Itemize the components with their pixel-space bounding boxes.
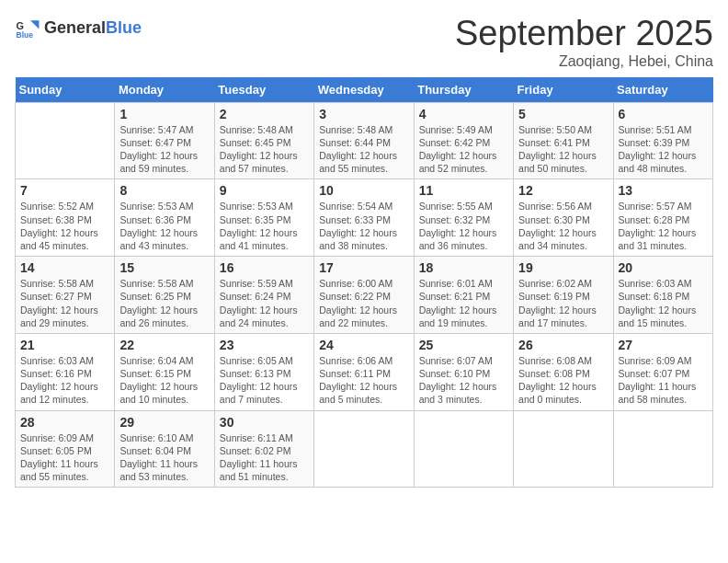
day-info: Sunrise: 6:03 AM Sunset: 6:18 PM Dayligh… [619,277,708,329]
day-cell: 2Sunrise: 5:48 AM Sunset: 6:45 PM Daylig… [214,102,313,179]
day-cell: 5Sunrise: 5:50 AM Sunset: 6:41 PM Daylig… [514,102,613,179]
day-number: 9 [220,183,309,198]
week-row-1: 1Sunrise: 5:47 AM Sunset: 6:47 PM Daylig… [16,102,713,179]
day-cell: 14Sunrise: 5:58 AM Sunset: 6:27 PM Dayli… [16,257,115,334]
day-info: Sunrise: 6:02 AM Sunset: 6:19 PM Dayligh… [518,277,608,329]
day-cell: 25Sunrise: 6:07 AM Sunset: 6:10 PM Dayli… [414,333,513,410]
column-header-saturday: Saturday [613,77,712,103]
day-number: 25 [419,338,508,352]
day-number: 11 [419,183,508,198]
day-info: Sunrise: 6:06 AM Sunset: 6:11 PM Dayligh… [319,354,408,407]
day-cell [314,410,414,488]
day-cell: 16Sunrise: 5:59 AM Sunset: 6:24 PM Dayli… [214,257,313,334]
day-info: Sunrise: 5:55 AM Sunset: 6:32 PM Dayligh… [419,200,508,252]
day-info: Sunrise: 5:50 AM Sunset: 6:41 PM Dayligh… [518,123,608,176]
day-number: 5 [518,107,608,121]
day-cell: 13Sunrise: 5:57 AM Sunset: 6:28 PM Dayli… [613,179,712,257]
day-number: 8 [119,183,209,198]
day-cell: 10Sunrise: 5:54 AM Sunset: 6:33 PM Dayli… [314,179,414,257]
month-title: September 2025 [455,15,713,53]
day-cell: 11Sunrise: 5:55 AM Sunset: 6:32 PM Dayli… [414,179,513,257]
day-cell: 24Sunrise: 6:06 AM Sunset: 6:11 PM Dayli… [314,333,414,410]
column-header-sunday: Sunday [16,77,115,103]
day-number: 1 [119,107,209,121]
day-cell: 3Sunrise: 5:48 AM Sunset: 6:44 PM Daylig… [314,102,414,179]
logo-blue-text: Blue [106,18,142,38]
week-row-5: 28Sunrise: 6:09 AM Sunset: 6:05 PM Dayli… [16,410,713,488]
day-number: 18 [419,260,508,275]
column-header-friday: Friday [514,77,613,103]
svg-text:Blue: Blue [17,30,34,40]
column-header-monday: Monday [115,77,214,103]
day-number: 7 [20,183,109,198]
day-cell: 21Sunrise: 6:03 AM Sunset: 6:16 PM Dayli… [16,333,115,410]
day-number: 13 [619,183,708,198]
day-cell: 19Sunrise: 6:02 AM Sunset: 6:19 PM Dayli… [514,257,613,334]
svg-text:G: G [17,20,24,31]
day-number: 26 [518,338,608,352]
day-number: 6 [619,107,708,121]
day-info: Sunrise: 5:52 AM Sunset: 6:38 PM Dayligh… [20,200,109,252]
day-info: Sunrise: 6:04 AM Sunset: 6:15 PM Dayligh… [119,354,209,407]
day-cell: 8Sunrise: 5:53 AM Sunset: 6:36 PM Daylig… [115,179,214,257]
day-number: 15 [119,260,209,275]
day-number: 3 [319,107,408,121]
day-cell: 12Sunrise: 5:56 AM Sunset: 6:30 PM Dayli… [514,179,613,257]
day-number: 19 [518,260,608,275]
day-cell: 26Sunrise: 6:08 AM Sunset: 6:08 PM Dayli… [514,333,613,410]
calendar-table: SundayMondayTuesdayWednesdayThursdayFrid… [15,77,713,488]
day-info: Sunrise: 5:48 AM Sunset: 6:44 PM Dayligh… [319,123,408,176]
day-info: Sunrise: 5:49 AM Sunset: 6:42 PM Dayligh… [419,123,508,176]
day-cell: 28Sunrise: 6:09 AM Sunset: 6:05 PM Dayli… [16,410,115,488]
day-cell: 22Sunrise: 6:04 AM Sunset: 6:15 PM Dayli… [115,333,214,410]
day-number: 20 [619,260,708,275]
day-cell [414,410,513,488]
day-number: 24 [319,338,408,352]
week-row-3: 14Sunrise: 5:58 AM Sunset: 6:27 PM Dayli… [16,257,713,334]
day-number: 28 [20,415,109,430]
day-number: 30 [220,415,309,430]
day-number: 27 [619,338,708,352]
column-header-thursday: Thursday [414,77,513,103]
day-number: 22 [119,338,209,352]
day-number: 4 [419,107,508,121]
location-title: Zaoqiang, Hebei, China [455,53,713,70]
day-number: 16 [220,260,309,275]
column-header-wednesday: Wednesday [314,77,414,103]
day-info: Sunrise: 6:11 AM Sunset: 6:02 PM Dayligh… [220,431,309,484]
day-number: 2 [220,107,309,121]
day-cell: 1Sunrise: 5:47 AM Sunset: 6:47 PM Daylig… [115,102,214,179]
day-cell: 30Sunrise: 6:11 AM Sunset: 6:02 PM Dayli… [214,410,313,488]
day-cell: 6Sunrise: 5:51 AM Sunset: 6:39 PM Daylig… [613,102,712,179]
day-cell [16,102,115,179]
day-number: 21 [20,338,109,352]
day-info: Sunrise: 5:51 AM Sunset: 6:39 PM Dayligh… [619,123,708,176]
header-row: SundayMondayTuesdayWednesdayThursdayFrid… [16,77,713,103]
day-info: Sunrise: 6:01 AM Sunset: 6:21 PM Dayligh… [419,277,508,329]
column-header-tuesday: Tuesday [214,77,313,103]
day-info: Sunrise: 5:53 AM Sunset: 6:36 PM Dayligh… [119,200,209,252]
day-info: Sunrise: 5:47 AM Sunset: 6:47 PM Dayligh… [119,123,209,176]
day-cell: 9Sunrise: 5:53 AM Sunset: 6:35 PM Daylig… [214,179,313,257]
page-header: G Blue GeneralBlue September 2025 Zaoqia… [15,15,713,70]
day-number: 10 [319,183,408,198]
day-info: Sunrise: 5:53 AM Sunset: 6:35 PM Dayligh… [220,200,309,252]
day-cell: 23Sunrise: 6:05 AM Sunset: 6:13 PM Dayli… [214,333,313,410]
day-number: 17 [319,260,408,275]
logo: G Blue GeneralBlue [15,15,142,40]
day-info: Sunrise: 6:09 AM Sunset: 6:07 PM Dayligh… [619,354,708,407]
day-info: Sunrise: 5:54 AM Sunset: 6:33 PM Dayligh… [319,200,408,252]
day-cell: 4Sunrise: 5:49 AM Sunset: 6:42 PM Daylig… [414,102,513,179]
day-info: Sunrise: 5:59 AM Sunset: 6:24 PM Dayligh… [220,277,309,329]
day-number: 29 [119,415,209,430]
day-info: Sunrise: 6:05 AM Sunset: 6:13 PM Dayligh… [220,354,309,407]
day-info: Sunrise: 6:09 AM Sunset: 6:05 PM Dayligh… [20,431,109,484]
day-info: Sunrise: 5:56 AM Sunset: 6:30 PM Dayligh… [518,200,608,252]
day-info: Sunrise: 5:48 AM Sunset: 6:45 PM Dayligh… [220,123,309,176]
day-cell: 18Sunrise: 6:01 AM Sunset: 6:21 PM Dayli… [414,257,513,334]
day-cell [514,410,613,488]
day-cell: 17Sunrise: 6:00 AM Sunset: 6:22 PM Dayli… [314,257,414,334]
title-block: September 2025 Zaoqiang, Hebei, China [455,15,713,70]
day-info: Sunrise: 5:58 AM Sunset: 6:25 PM Dayligh… [119,277,209,329]
week-row-2: 7Sunrise: 5:52 AM Sunset: 6:38 PM Daylig… [16,179,713,257]
